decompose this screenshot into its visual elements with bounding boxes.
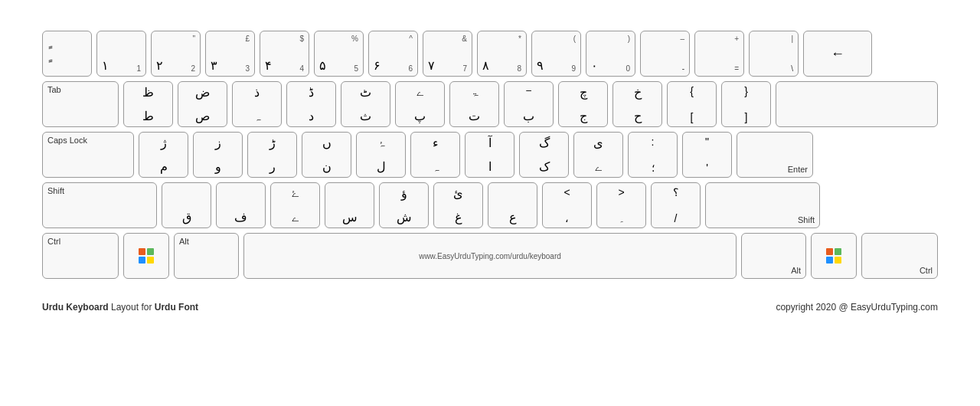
footer-title-bold1: Urdu Keyboard — [42, 302, 109, 313]
row-shift: Shift ق ف ۓ ے س ؤ ش ئ غ ع — [42, 182, 938, 228]
windows-icon-left — [139, 248, 154, 264]
key-d[interactable]: ڑ ر — [247, 132, 297, 178]
footer-title-bold2: Urdu Font — [155, 302, 198, 313]
enter-label: Enter — [788, 165, 808, 174]
key-comma[interactable]: < ، — [542, 182, 592, 228]
key-tab[interactable]: Tab — [42, 81, 119, 127]
key-2[interactable]: " ۲ 2 — [151, 31, 201, 77]
key-alt-left[interactable]: Alt — [174, 233, 239, 279]
key-win-left[interactable] — [123, 233, 169, 279]
tab-label: Tab — [47, 85, 113, 94]
key-i[interactable]: – ب — [504, 81, 554, 127]
key-enter[interactable]: Enter — [737, 132, 813, 178]
key-o[interactable]: چ ج — [558, 81, 608, 127]
key-j[interactable]: آ ا — [465, 132, 514, 178]
key-6[interactable]: ^ ۶ 6 — [368, 31, 418, 77]
key-enter-top[interactable] — [776, 81, 938, 127]
key-k[interactable]: گ ک — [519, 132, 569, 178]
key-caps-lock[interactable]: Caps Lock — [42, 132, 134, 178]
ctrl-left-label: Ctrl — [47, 237, 113, 246]
row-bottom: Ctrl Alt www.EasyUrduTyping.com/urdu/key… — [42, 233, 938, 279]
key-3[interactable]: £ ۳ 3 — [205, 31, 255, 77]
key-a[interactable]: ژ م — [139, 132, 188, 178]
key-8[interactable]: * ۸ 8 — [477, 31, 527, 77]
caps-lock-label: Caps Lock — [47, 136, 129, 145]
key-alt-right[interactable]: Alt — [741, 233, 806, 279]
key-v[interactable]: س — [325, 182, 374, 228]
alt-right-label: Alt — [791, 266, 801, 275]
key-c[interactable]: ۓ ے — [270, 182, 320, 228]
footer-title: Urdu Keyboard Layout for Urdu Font — [42, 302, 198, 313]
key-minus[interactable]: – - — [640, 31, 690, 77]
footer-copyright: copyright 2020 @ EasyUrduTyping.com — [776, 302, 938, 313]
key-m[interactable]: ع — [488, 182, 537, 228]
backspace-icon: ← — [831, 46, 844, 62]
key-z[interactable]: ق — [162, 182, 211, 228]
key-shift-left[interactable]: Shift — [42, 182, 157, 228]
key-bracket-right[interactable]: } ] — [721, 81, 771, 127]
key-backslash[interactable]: | \ — [749, 31, 799, 77]
key-9[interactable]: ( ۹ 9 — [531, 31, 581, 77]
windows-icon-right — [826, 248, 841, 264]
row-asdf: Caps Lock ژ م ز و ڑ ر ں ن ۂ ل ء ہ آ ا — [42, 132, 938, 178]
key-backtick[interactable]: ٍ ً — [42, 31, 92, 77]
alt-left-label: Alt — [179, 237, 234, 246]
key-n[interactable]: ئ غ — [433, 182, 483, 228]
key-semicolon[interactable]: : ؛ — [628, 132, 678, 178]
key-w[interactable]: ض ص — [178, 81, 227, 127]
key-l[interactable]: ی ے — [573, 132, 623, 178]
footer: Urdu Keyboard Layout for Urdu Font copyr… — [0, 299, 980, 313]
row-numbers: ٍ ً ۱ 1 " ۲ 2 £ — [42, 31, 938, 77]
key-ctrl-right[interactable]: Ctrl — [861, 233, 938, 279]
key-7[interactable]: & ۷ 7 — [423, 31, 472, 77]
key-q[interactable]: ظ ط — [123, 81, 173, 127]
row-qwerty: Tab ظ ط ض ص ذ ہ ڈ د ٹ ث ے پ ۃ ت — [42, 81, 938, 127]
key-h[interactable]: ء ہ — [410, 132, 460, 178]
key-f[interactable]: ں ن — [302, 132, 351, 178]
shift-left-label: Shift — [47, 186, 152, 195]
key-slash[interactable]: ؟ / — [651, 182, 701, 228]
keyboard: ٍ ً ۱ 1 " ۲ 2 £ — [0, 0, 980, 299]
key-e[interactable]: ذ ہ — [232, 81, 282, 127]
key-win-right[interactable] — [811, 233, 857, 279]
key-shift-right[interactable]: Shift — [705, 182, 820, 228]
space-label: www.EasyUrduTyping.com/urdu/keyboard — [419, 252, 561, 260]
key-4[interactable]: $ ۴ 4 — [260, 31, 309, 77]
key-u[interactable]: ۃ ت — [449, 81, 499, 127]
key-x[interactable]: ف — [216, 182, 266, 228]
key-quote[interactable]: " ' — [682, 132, 732, 178]
key-equals[interactable]: + = — [694, 31, 744, 77]
key-0[interactable]: ) ۰ 0 — [586, 31, 635, 77]
key-b[interactable]: ؤ ش — [379, 182, 429, 228]
key-space[interactable]: www.EasyUrduTyping.com/urdu/keyboard — [243, 233, 737, 279]
key-r[interactable]: ڈ د — [286, 81, 336, 127]
key-1[interactable]: ۱ 1 — [96, 31, 146, 77]
key-g[interactable]: ۂ ل — [356, 132, 406, 178]
key-period[interactable]: > ۔ — [596, 182, 646, 228]
ctrl-right-label: Ctrl — [920, 266, 933, 275]
key-bracket-left[interactable]: { [ — [667, 81, 717, 127]
key-s[interactable]: ز و — [193, 132, 243, 178]
key-5[interactable]: % ۵ 5 — [314, 31, 364, 77]
key-ctrl-left[interactable]: Ctrl — [42, 233, 119, 279]
key-t[interactable]: ٹ ث — [341, 81, 390, 127]
key-p[interactable]: خ ح — [612, 81, 662, 127]
key-y[interactable]: ے پ — [395, 81, 445, 127]
key-backspace[interactable]: ← — [803, 31, 872, 77]
shift-right-label: Shift — [798, 215, 815, 224]
